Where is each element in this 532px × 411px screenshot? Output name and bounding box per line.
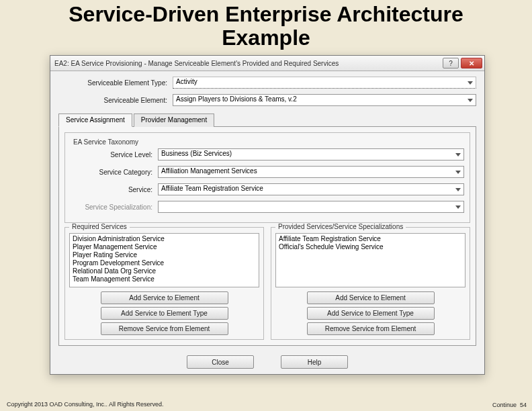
list-item[interactable]: Program Development Service — [73, 259, 256, 267]
list-item[interactable]: Player Rating Service — [73, 251, 256, 259]
label-element-type: Serviceable Element Type: — [58, 79, 173, 87]
list-item[interactable]: Affiliate Team Registration Service — [279, 235, 462, 243]
group-title-taxonomy: EA Service Taxonomy — [71, 138, 141, 146]
select-service-specialization[interactable] — [158, 201, 464, 213]
help-button[interactable]: Help — [281, 355, 348, 369]
label-service-category: Service Category: — [71, 169, 158, 176]
btn-prov-add-element[interactable]: Add Service to Element — [307, 291, 435, 304]
window-title: EA2: EA Service Provisioning - Manage Se… — [54, 60, 339, 67]
tab-service-assignment[interactable]: Service Assignment — [58, 113, 132, 127]
list-required[interactable]: Division Administration Service Player M… — [69, 233, 259, 287]
select-service-category[interactable]: Affiliation Management Services — [158, 166, 464, 178]
list-item[interactable]: Official's Schedule Viewing Service — [279, 243, 462, 251]
provided-buttons: Add Service to Element Add Service to El… — [275, 291, 466, 335]
list-item[interactable]: Player Management Service — [73, 243, 256, 251]
list-item[interactable]: Relational Data Org Service — [73, 267, 256, 275]
slide-title: Service-Driven Enterprise Architecture E… — [0, 0, 532, 50]
row-element: Serviceable Element: Assign Players to D… — [58, 94, 476, 106]
top-form: Serviceable Element Type: Activity Servi… — [50, 71, 484, 113]
help-window-button[interactable]: ? — [443, 58, 459, 68]
titlebar: EA2: EA Service Provisioning - Manage Se… — [50, 56, 484, 71]
service-panels: Required Services Division Administratio… — [64, 227, 470, 340]
btn-req-add-type[interactable]: Add Service to Element Type — [101, 307, 228, 320]
page-number: 54 — [520, 402, 527, 408]
tab-provider-management[interactable]: Provider Management — [134, 113, 214, 127]
footer-right: Continue 54 — [492, 402, 527, 408]
select-element-type[interactable]: Activity — [173, 77, 476, 89]
slide-title-line2: Example — [222, 26, 310, 50]
label-element: Serviceable Element: — [58, 97, 173, 104]
list-item[interactable]: Division Administration Service — [73, 235, 256, 243]
list-item[interactable]: Team Management Service — [73, 275, 256, 283]
continue-text: Continue — [492, 402, 517, 408]
panel-title-required: Required Services — [69, 223, 130, 230]
label-service-level: Service Level: — [71, 151, 158, 158]
tab-content: EA Service Taxonomy Service Level: Busin… — [58, 127, 476, 346]
panel-provided: Provided Services/Service Specialization… — [271, 227, 470, 340]
required-buttons: Add Service to Element Add Service to El… — [69, 291, 259, 335]
dialog-buttons: Close Help — [50, 351, 484, 374]
group-taxonomy: EA Service Taxonomy Service Level: Busin… — [64, 132, 470, 223]
panel-required: Required Services Division Administratio… — [64, 227, 264, 340]
close-button[interactable]: Close — [187, 355, 254, 369]
select-service-level[interactable]: Business (Biz Services) — [158, 148, 464, 161]
label-service-specialization: Service Specialization: — [71, 203, 158, 211]
label-service: Service: — [71, 186, 158, 193]
panel-title-provided: Provided Services/Service Specialization… — [275, 223, 406, 230]
slide-title-line1: Service-Driven Enterprise Architecture — [69, 2, 463, 26]
row-element-type: Serviceable Element Type: Activity — [58, 77, 476, 89]
select-service[interactable]: Affiliate Team Registration Service — [158, 183, 464, 195]
close-window-button[interactable]: ✕ — [461, 58, 482, 68]
btn-req-add-element[interactable]: Add Service to Element — [101, 291, 228, 304]
copyright: Copyright 2013 OAD Consulting, Inc.. All… — [7, 402, 164, 408]
select-element[interactable]: Assign Players to Divisions & Teams, v.2 — [173, 94, 476, 106]
tabstrip: Service Assignment Provider Management — [58, 113, 476, 127]
dialog-window: EA2: EA Service Provisioning - Manage Se… — [50, 55, 485, 375]
list-provided[interactable]: Affiliate Team Registration Service Offi… — [275, 233, 466, 287]
btn-prov-remove[interactable]: Remove Service from Element — [307, 322, 435, 335]
btn-req-remove[interactable]: Remove Service from Element — [101, 322, 228, 335]
btn-prov-add-type[interactable]: Add Service to Element Type — [307, 307, 435, 320]
